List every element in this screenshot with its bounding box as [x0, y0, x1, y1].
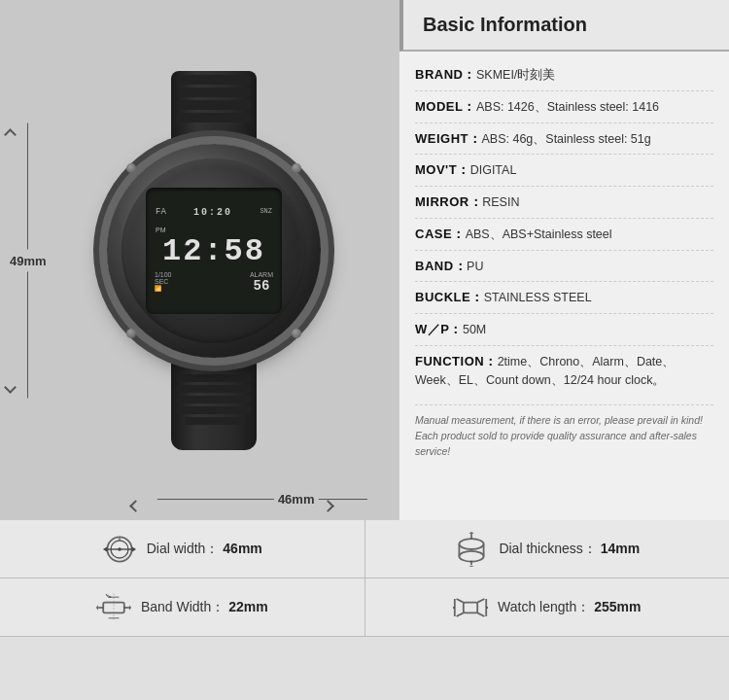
info-row: WEIGHT：ABS: 46g、Stainless steel: 51g [415, 123, 713, 156]
info-panel-title: Basic Information [423, 14, 587, 35]
watch-length-label: Watch length： 255mm [498, 599, 641, 616]
dial-width-value: 46mm [223, 541, 261, 556]
watch-case: FA 10:20 SNZ PM 12:58 [107, 144, 321, 358]
metrics-row-1: Dial width： 46mm Dial thickness： 14mm [0, 520, 729, 578]
watch-display-area: 49mm [0, 0, 399, 520]
info-row: FUNCTION：2time、Chrono、Alarm、Date、Week、EL… [415, 346, 713, 396]
dimension-46mm-label: 46mm [278, 492, 315, 507]
band-width-icon [96, 590, 131, 625]
svg-marker-3 [103, 546, 108, 551]
info-panel: Basic Information BRAND：SKMEI/时刻美MODEL：A… [399, 0, 729, 520]
dial-width-icon [102, 532, 137, 567]
svg-marker-18 [96, 605, 98, 610]
svg-marker-13 [469, 566, 474, 567]
svg-marker-19 [129, 605, 131, 610]
band-width-value: 22mm [228, 599, 267, 614]
screw-br [292, 329, 301, 338]
info-row-value: ABS: 1426、Stainless steel: 1416 [476, 100, 659, 114]
info-row-value: STAINLESS STEEL [484, 291, 592, 304]
watch-ampm: PM [156, 227, 166, 233]
watch-illustration: FA 10:20 SNZ PM 12:58 [107, 71, 321, 450]
watch-length-value: 255mm [594, 599, 641, 614]
svg-line-28 [477, 612, 484, 616]
info-row-value: RESIN [482, 195, 519, 209]
info-row: MODEL：ABS: 1426、Stainless steel: 1416 [415, 91, 713, 123]
metrics-row-2: Band Width： 22mm Watch length： 255mm [0, 578, 729, 637]
info-row: BAND：PU [415, 251, 713, 283]
svg-point-7 [460, 539, 484, 549]
info-row-value: DIGITAL [470, 163, 517, 177]
metric-band-width: Band Width： 22mm [0, 578, 365, 636]
info-row-label: W／P： [415, 322, 463, 336]
svg-line-27 [477, 599, 484, 603]
info-row: W／P：50M [415, 314, 713, 346]
info-row-label: CASE： [415, 227, 466, 241]
info-row-value: PU [467, 260, 483, 273]
info-row: BUCKLE：STAINLESS STEEL [415, 282, 713, 314]
info-row: MIRROR：RESIN [415, 187, 713, 219]
metrics-bar: Dial width： 46mm Dial thickness： 14mm [0, 520, 729, 700]
metric-dial-thickness: Dial thickness： 14mm [365, 520, 730, 578]
info-row-label: MOV'T： [415, 162, 470, 177]
info-row-label: BAND： [415, 259, 467, 273]
info-row-label: WEIGHT： [415, 131, 482, 146]
svg-marker-22 [106, 594, 111, 597]
info-row: CASE：ABS、ABS+Stainless steel [415, 219, 713, 251]
dial-thickness-icon [454, 532, 489, 567]
dial-thickness-label: Dial thickness： 14mm [499, 541, 640, 558]
watch-alarm-label: ALARM [250, 271, 273, 278]
screw-tl [126, 163, 136, 173]
svg-line-25 [457, 599, 464, 603]
svg-marker-12 [469, 532, 474, 534]
band-width-label: Band Width： 22mm [141, 599, 268, 616]
info-row-value: SKMEI/时刻美 [476, 68, 555, 82]
info-note: Manual measurement, if there is an error… [415, 404, 713, 467]
info-row-value: ABS: 46g、Stainless steel: 51g [482, 132, 651, 146]
info-row: MOV'T：DIGITAL [415, 155, 713, 187]
dimension-49mm-label: 49mm [10, 253, 47, 267]
svg-line-26 [457, 612, 464, 616]
dial-thickness-value: 14mm [601, 541, 640, 556]
metric-dial-width: Dial width： 46mm [0, 520, 365, 578]
watch-length-icon [453, 590, 488, 625]
screw-bl [126, 329, 136, 338]
info-row-label: FUNCTION： [415, 354, 498, 368]
screw-tr [292, 163, 301, 173]
svg-marker-4 [131, 546, 136, 551]
info-row-label: MIRROR： [415, 194, 482, 209]
dial-width-label: Dial width： 46mm [147, 541, 262, 558]
info-row-label: BRAND： [415, 67, 476, 82]
info-row: BRAND：SKMEI/时刻美 [415, 59, 713, 91]
watch-screen: FA 10:20 SNZ PM 12:58 [146, 188, 282, 314]
info-row-label: MODEL： [415, 99, 476, 114]
info-row-value: 50M [463, 323, 486, 336]
svg-point-5 [118, 547, 122, 551]
info-panel-header: Basic Information [399, 0, 729, 52]
info-row-label: BUCKLE： [415, 290, 484, 304]
watch-date-display: 10:20 [193, 207, 232, 218]
svg-point-10 [460, 550, 484, 561]
watch-bezel: FA 10:20 SNZ PM 12:58 [122, 158, 306, 343]
watch-sec-label: 1/100 SEC 📶 [155, 271, 172, 294]
metric-watch-length: Watch length： 255mm [365, 578, 730, 636]
info-body: BRAND：SKMEI/时刻美MODEL：ABS: 1426、Stainless… [399, 52, 729, 475]
info-row-value: ABS、ABS+Stainless steel [466, 228, 612, 241]
svg-rect-24 [464, 602, 477, 612]
watch-alarm-value: 56 [254, 278, 270, 294]
watch-time-display: 12:58 [162, 236, 265, 267]
